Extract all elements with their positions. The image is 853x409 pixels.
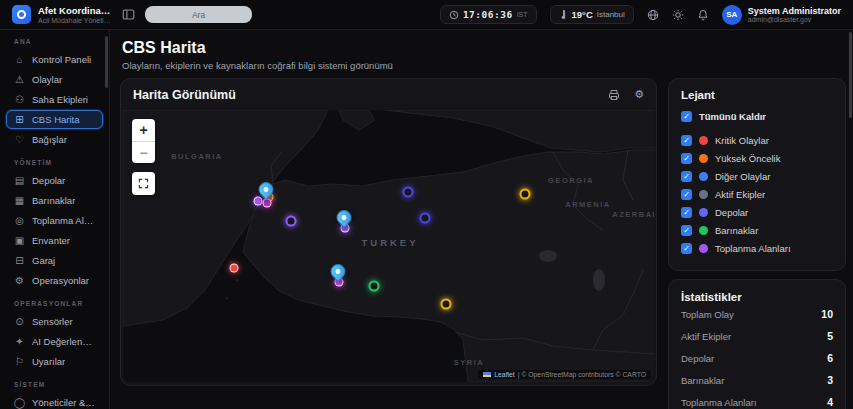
sidebar-item-depolar[interactable]: ▤Depolar [6,171,103,190]
statistics-panel: İstatistikler Toplam Olay 10 Aktif Ekipl… [668,279,846,409]
legend-row[interactable]: ✓ Diğer Olaylar [681,169,833,185]
legend-color-dot [699,208,708,217]
weather-pill: 19°C İstanbul [550,5,634,24]
legend-row[interactable]: ✓ Barınaklar [681,223,833,239]
map-country-label: SYRIA [454,358,484,367]
sidebar-toggle-icon[interactable] [122,8,135,21]
legend-row[interactable]: ✓ Yüksek Öncelik [681,151,833,167]
print-icon[interactable] [608,89,620,101]
legend-toggle-all[interactable]: ✓ Tümünü Kaldır [681,111,833,122]
inventory-icon: ▣ [14,236,25,246]
map-icon: ⊞ [14,115,25,125]
legend-item-label: Toplanma Alanları [715,243,791,254]
sidebar-item-label: Envanter [32,235,70,246]
user-name: System Administrator [748,6,841,16]
sidebar-item-garaj[interactable]: ⊟Garaj [6,251,103,270]
statistic-label: Barınaklar [681,375,724,386]
theme-sun-icon[interactable] [672,9,684,21]
map-marker[interactable] [403,187,414,198]
map-panel-title: Harita Görünümü [133,88,236,102]
zoom-in-button[interactable]: + [132,119,155,141]
sidebar-item-barinaklar[interactable]: ▦Barınaklar [6,191,103,210]
checkbox-checked-icon[interactable]: ✓ [681,189,692,200]
sidebar-item-label: Saha Ekipleri [32,94,88,105]
user-email: admin@disaster.gov [748,16,841,23]
legend-color-dot [699,190,708,199]
sidebar-item-label: Uyarılar [32,356,65,367]
legend-color-dot [699,226,708,235]
settings-gear-icon[interactable]: ⚙ [634,88,644,101]
shelter-icon: ▦ [14,196,25,206]
map-country-label: AZERBAIJAN [612,210,654,219]
sidebar-section-label: OPERASYONLAR [14,300,103,307]
sidebar-item-uyarilar[interactable]: ⚐Uyarılar [6,352,103,371]
legend-color-dot [699,172,708,181]
sidebar-scrollbar[interactable] [105,36,108,88]
checkbox-checked-icon[interactable]: ✓ [681,153,692,164]
language-globe-icon[interactable] [647,9,659,21]
sidebar-item-yoneticiler-roller[interactable]: ◯Yöneticiler & Roller [6,393,103,409]
search-input[interactable]: Ara [145,6,252,23]
app-logo-icon [12,5,31,24]
leaflet-flag-icon [483,372,491,377]
temperature: 19°C [572,9,593,20]
map-zoom-control: + − [132,119,155,163]
sidebar-item-bagislar[interactable]: ♡Bağışlar [6,130,103,149]
sidebar-item-cbs-harita[interactable]: ⊞CBS Harita [6,110,103,129]
sidebar-item-toplanma-alanlari[interactable]: ◎Toplanma Alanları [6,211,103,230]
statistic-row: Depolar 6 [681,347,833,369]
statistic-value: 10 [821,308,833,320]
legend-title: Lejant [681,89,833,101]
checkbox-checked-icon[interactable]: ✓ [681,135,692,146]
user-avatar[interactable]: SA [722,5,742,25]
legend-item-label: Depolar [715,207,748,218]
legend-row[interactable]: ✓ Aktif Ekipler [681,187,833,203]
legend-row[interactable]: ✓ Kritik Olaylar [681,133,833,149]
sidebar-item-kontrol-paneli[interactable]: ⌂Kontrol Paneli [6,50,103,69]
map-marker[interactable] [369,281,380,292]
map-marker[interactable] [441,299,452,310]
checkbox-checked-icon[interactable]: ✓ [681,111,692,122]
map-country-label: BULGARIA [171,152,223,161]
map-country-label: TURKEY [361,237,418,248]
legend-row[interactable]: ✓ Toplanma Alanları [681,241,833,257]
statistic-value: 6 [827,352,833,364]
app-subtitle: Acil Müdahale Yönetim Sistemi [38,17,112,24]
sidebar-item-olaylar[interactable]: ⚠Olaylar [6,70,103,89]
sidebar-item-saha-ekipleri[interactable]: ⚇Saha Ekipleri [6,90,103,109]
map-marker[interactable] [420,213,431,224]
map-canvas[interactable]: BULGARIATURKEYGEORGIAARMENIAAZERBAIJANSY… [123,110,654,382]
time-pill: 17:06:36 IST [440,5,537,24]
sidebar-item-operasyonlar[interactable]: ⚙Operasyonlar [6,271,103,290]
map-marker[interactable] [263,199,272,208]
checkbox-checked-icon[interactable]: ✓ [681,207,692,218]
map-marker[interactable] [286,216,297,227]
clock-icon [449,10,459,20]
legend-item-label: Diğer Olaylar [715,171,770,182]
map-marker[interactable] [254,197,263,206]
checkbox-checked-icon[interactable]: ✓ [681,243,692,254]
zoom-out-button[interactable]: − [132,141,155,163]
attribution-text: | © OpenStreetMap contributors © CARTO [518,371,646,378]
checkbox-checked-icon[interactable]: ✓ [681,171,692,182]
sidebar-nav: ANA⌂Kontrol Paneli⚠Olaylar⚇Saha Ekipleri… [0,30,110,409]
map-marker[interactable] [520,189,531,200]
sidebar-item-ai-degerlendirme[interactable]: ✦AI Değerlendirme [6,332,103,351]
thermometer-icon [559,9,568,20]
clock-timezone: IST [517,11,528,18]
sparkle-icon: ✦ [14,337,25,347]
statistics-title: İstatistikler [681,291,833,303]
checkbox-checked-icon[interactable]: ✓ [681,225,692,236]
leaflet-link[interactable]: Leaflet [494,371,514,378]
operations-icon: ⚙ [14,276,25,286]
sidebar-item-envanter[interactable]: ▣Envanter [6,231,103,250]
map-marker[interactable] [230,264,239,273]
legend-row[interactable]: ✓ Depolar [681,205,833,221]
fullscreen-button[interactable] [132,172,155,195]
bell-icon: ⚐ [14,357,25,367]
statistic-value: 4 [827,396,833,408]
user-menu[interactable]: SA System Administrator admin@disaster.g… [722,5,841,25]
page-scrollbar[interactable] [849,32,852,118]
sidebar-item-sensorler[interactable]: ⊙Sensörler [6,312,103,331]
notifications-bell-icon[interactable] [697,9,709,21]
